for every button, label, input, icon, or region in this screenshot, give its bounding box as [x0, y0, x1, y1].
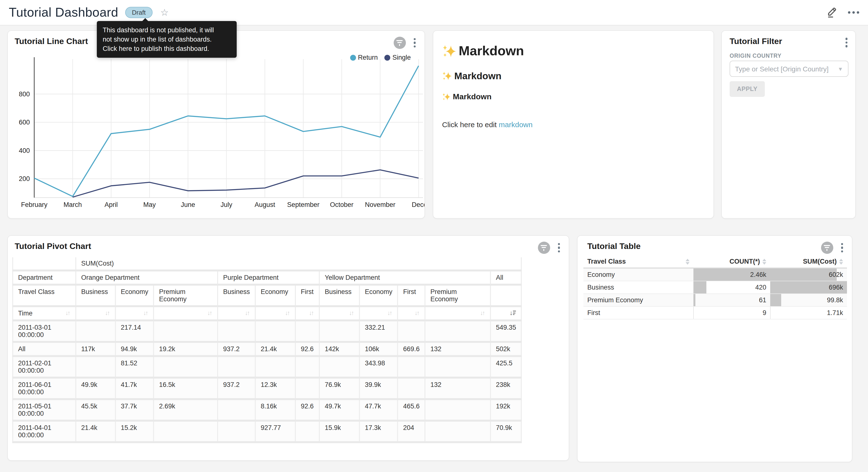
- sort-toggle-icon[interactable]: ↓↑: [387, 309, 393, 317]
- table-cell-count: 420: [693, 281, 770, 294]
- sort-descending-active-icon[interactable]: ↓: [509, 309, 516, 316]
- sort-toggle-icon[interactable]: ↓↑: [285, 309, 290, 317]
- markdown-h2: Markdown: [442, 70, 705, 82]
- sparkles-icon: [442, 71, 452, 81]
- pivot-row-label: 2011-05-01 00:00:00: [13, 399, 76, 421]
- filter-card: Tutorial Filter ORIGIN COUNTRY Type or S…: [721, 30, 856, 218]
- table-row: First91.71k: [583, 306, 847, 319]
- sort-toggle-icon[interactable]: ↓↑: [309, 309, 314, 317]
- pivot-metric-header: SUM(Cost): [76, 257, 522, 270]
- pivot-sort-cell: ↓↑: [218, 306, 255, 320]
- origin-country-select[interactable]: Type or Select [Origin Country] ▼: [730, 61, 848, 77]
- markdown-h2-text: Markdown: [454, 70, 501, 82]
- pivot-column-header: Business: [76, 285, 115, 306]
- pivot-column-header: Business: [319, 285, 360, 306]
- markdown-edit-link[interactable]: markdown: [499, 120, 532, 129]
- pivot-column-group-header: Yellow Department: [319, 270, 491, 285]
- svg-text:October: October: [330, 201, 353, 208]
- markdown-h3: Markdown: [442, 92, 705, 101]
- pivot-cell: [425, 356, 491, 378]
- pivot-sort-cell: ↓↑: [76, 306, 115, 320]
- filter-kebab-icon[interactable]: [844, 37, 848, 48]
- more-ellipsis-icon[interactable]: [848, 11, 859, 14]
- line-chart-plot[interactable]: 200400600800FebruaryMarchAprilMayJuneJul…: [8, 31, 425, 218]
- pivot-sort-cell: ↓↑: [319, 306, 360, 320]
- pivot-cell: 8.16k: [255, 399, 296, 421]
- sort-toggle-icon[interactable]: ↓↑: [414, 309, 420, 317]
- pivot-cell: 92.6: [296, 342, 319, 356]
- markdown-paragraph-text: Click here to edit: [442, 120, 499, 129]
- table-header-count[interactable]: COUNT(*): [693, 255, 770, 268]
- pivot-cell: [218, 320, 255, 342]
- pivot-cell: [319, 356, 360, 378]
- pivot-row-dimension-header: Department: [13, 270, 76, 285]
- table-header-travel-class[interactable]: Travel Class: [583, 255, 693, 268]
- pivot-chart-title: Tutorial Pivot Chart: [15, 242, 91, 252]
- pivot-cell: 217.14: [115, 320, 154, 342]
- sort-toggle-icon[interactable]: ↓↑: [143, 309, 148, 317]
- pivot-row-label: All: [13, 342, 76, 356]
- sort-toggle-icon[interactable]: ↓↑: [349, 309, 354, 317]
- pivot-time-header: Time↓↑: [13, 306, 76, 320]
- pivot-cell: 21.4k: [255, 342, 296, 356]
- pivot-column-header: First: [398, 285, 425, 306]
- draft-badge[interactable]: Draft: [125, 7, 153, 18]
- svg-text:800: 800: [19, 90, 30, 98]
- pivot-cell: 332.21: [360, 320, 398, 342]
- pivot-sort-cell: ↓↑: [425, 306, 491, 320]
- svg-text:May: May: [143, 201, 156, 208]
- pivot-cell: 37.7k: [115, 399, 154, 421]
- pivot-row-label: 2011-03-01 00:00:00: [13, 320, 76, 342]
- svg-text:August: August: [254, 201, 275, 208]
- apply-button[interactable]: APPLY: [730, 81, 765, 97]
- table-header-sum-cost[interactable]: SUM(Cost): [770, 255, 847, 268]
- pivot-cell: 39.9k: [360, 378, 398, 399]
- svg-text:April: April: [104, 201, 118, 208]
- table-row: Business420696k: [583, 281, 847, 294]
- pivot-cell: [425, 320, 491, 342]
- sort-toggle-icon[interactable]: ↓↑: [105, 309, 110, 317]
- pivot-cell: [76, 356, 115, 378]
- sparkles-icon: [442, 44, 457, 58]
- sort-toggle-icon[interactable]: ↓↑: [65, 309, 70, 317]
- pivot-cell: [425, 399, 491, 421]
- favorite-star-icon[interactable]: ☆: [160, 7, 169, 18]
- pivot-cell: 204: [398, 421, 425, 442]
- table-cell-sum: 1.71k: [770, 306, 847, 319]
- pivot-cell: [398, 378, 425, 399]
- pivot-corner-cell: [13, 257, 76, 270]
- pivot-cell: 41.7k: [115, 378, 154, 399]
- pivot-row: 2011-04-01 00:00:0021.4k15.2k927.7715.9k…: [13, 421, 522, 442]
- pivot-cell: 425.5: [491, 356, 522, 378]
- pivot-cell: [319, 320, 360, 342]
- pivot-cell: [218, 356, 255, 378]
- header-actions: [827, 7, 859, 18]
- table-cell-travel-class: First: [583, 306, 693, 319]
- sort-toggle-icon[interactable]: ↓↑: [480, 309, 485, 317]
- pivot-column-header: [491, 285, 522, 306]
- sort-toggle-icon[interactable]: ↓↑: [245, 309, 250, 317]
- pivot-sort-cell: ↓: [491, 306, 522, 320]
- sort-toggle-icon[interactable]: ↓↑: [207, 309, 213, 317]
- chart-kebab-icon[interactable]: [840, 242, 844, 254]
- pivot-cell: 21.4k: [76, 421, 115, 442]
- pivot-cell: 937.2: [218, 378, 255, 399]
- pivot-column-header: Economy: [255, 285, 296, 306]
- pivot-column-header: Premium Economy: [154, 285, 218, 306]
- pivot-cell: 15.9k: [319, 421, 360, 442]
- pivot-row: 2011-02-01 00:00:0081.52343.98425.5: [13, 356, 522, 378]
- pivot-column-header: Economy: [360, 285, 398, 306]
- markdown-h3-text: Markdown: [453, 92, 492, 101]
- pivot-column-header: Business: [218, 285, 255, 306]
- markdown-h1: Markdown: [442, 43, 705, 59]
- pivot-cell: 502k: [491, 342, 522, 356]
- select-placeholder: Type or Select [Origin Country]: [735, 65, 836, 72]
- chart-kebab-icon[interactable]: [557, 242, 561, 254]
- filter-indicator-icon[interactable]: [821, 242, 833, 254]
- filter-indicator-icon[interactable]: [538, 242, 550, 254]
- table-cell-count: 2.46k: [693, 268, 770, 281]
- edit-pencil-icon[interactable]: [827, 7, 837, 18]
- pivot-cell: [76, 320, 115, 342]
- pivot-cell: 49.9k: [76, 378, 115, 399]
- pivot-cell: 19.2k: [154, 342, 218, 356]
